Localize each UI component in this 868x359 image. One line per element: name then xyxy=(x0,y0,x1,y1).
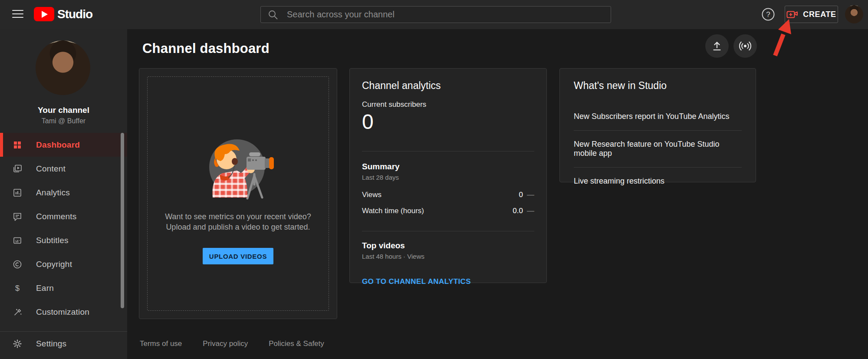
go-to-channel-analytics-link[interactable]: GO TO CHANNEL ANALYTICS xyxy=(362,277,471,286)
channel-avatar[interactable] xyxy=(36,40,90,95)
sidebar-item-comments[interactable]: Comments xyxy=(0,204,127,228)
policies-safety-link[interactable]: Policies & Safety xyxy=(269,339,324,348)
sidebar-item-label: Copyright xyxy=(36,260,72,269)
sidebar-item-label: Analytics xyxy=(36,188,70,198)
metric-value: 0 xyxy=(519,191,523,199)
footer-links: Terms of use Privacy policy Policies & S… xyxy=(140,339,324,348)
sidebar-item-analytics[interactable]: Analytics xyxy=(0,181,127,204)
go-live-icon xyxy=(738,39,752,53)
sidebar-item-label: Subtitles xyxy=(36,236,69,245)
metric-label: Watch time (hours) xyxy=(362,207,424,215)
metric-value: 0.0 xyxy=(513,207,523,215)
metric-label: Views xyxy=(362,191,381,199)
dashboard-icon xyxy=(12,140,23,150)
top-videos-title: Top videos xyxy=(362,241,534,250)
terms-of-use-link[interactable]: Terms of use xyxy=(140,339,182,348)
metric-row-views: Views 0 — xyxy=(362,191,534,199)
copyright-icon xyxy=(12,259,23,270)
summary-title: Summary xyxy=(362,162,534,171)
logo-text: Studio xyxy=(57,7,92,21)
page-title: Channel dashboard xyxy=(142,41,270,56)
metric-row-watch-time: Watch time (hours) 0.0 — xyxy=(362,207,534,215)
sidebar-item-earn[interactable]: $ Earn xyxy=(0,276,127,300)
go-live-button[interactable] xyxy=(733,34,757,58)
help-icon: ? xyxy=(760,7,776,22)
analytics-card-title: Channel analytics xyxy=(362,80,534,92)
whats-new-item[interactable]: Live streaming restrictions xyxy=(574,167,742,195)
channel-title: Your channel xyxy=(0,105,127,115)
sidebar-item-label: Comments xyxy=(36,212,76,221)
privacy-policy-link[interactable]: Privacy policy xyxy=(203,339,248,348)
svg-text:?: ? xyxy=(766,10,770,19)
sidebar-item-dashboard[interactable]: Dashboard xyxy=(0,133,127,157)
upload-dropzone[interactable]: Want to see metrics on your recent video… xyxy=(147,76,329,311)
active-indicator xyxy=(0,133,3,157)
search-bar[interactable] xyxy=(260,6,611,23)
channel-analytics-card: Channel analytics Current subscribers 0 … xyxy=(349,68,547,283)
channel-name: Tami @ Buffer xyxy=(0,117,127,125)
earn-icon: $ xyxy=(12,283,23,293)
sidebar-item-label: Customization xyxy=(36,307,89,317)
youtube-play-icon xyxy=(34,7,54,21)
sidebar-item-customization[interactable]: Customization xyxy=(0,300,127,324)
sidebar-item-copyright[interactable]: Copyright xyxy=(0,252,127,276)
divider xyxy=(362,151,534,152)
sidebar-item-label: Settings xyxy=(36,339,66,349)
hamburger-menu-icon[interactable] xyxy=(12,10,23,19)
upload-icon xyxy=(711,40,723,52)
sidebar: Your channel Tami @ Buffer Dashboard Con… xyxy=(0,29,127,359)
content-icon xyxy=(12,164,23,174)
comments-icon xyxy=(12,211,23,222)
summary-period: Last 28 days xyxy=(362,174,534,181)
subscribers-label: Current subscribers xyxy=(362,100,534,109)
whats-new-list: New Subscribers report in YouTube Analyt… xyxy=(574,103,742,195)
create-label: CREATE xyxy=(803,10,836,19)
sidebar-item-label: Dashboard xyxy=(36,140,80,150)
help-button[interactable]: ? xyxy=(760,7,776,22)
sidebar-item-content[interactable]: Content xyxy=(0,157,127,181)
upload-video-card: Want to see metrics on your recent video… xyxy=(139,68,337,319)
sidebar-nav: Dashboard Content Analytics xyxy=(0,133,127,356)
whats-new-item[interactable]: New Research feature on YouTube Studio m… xyxy=(574,130,742,167)
create-button[interactable]: CREATE xyxy=(785,6,838,23)
settings-gear-icon xyxy=(12,339,23,349)
main-content: Channel dashboard xyxy=(127,29,868,359)
account-avatar[interactable] xyxy=(845,5,863,23)
whats-new-item[interactable]: New Subscribers report in YouTube Analyt… xyxy=(574,103,742,130)
sidebar-item-label: Earn xyxy=(36,283,54,293)
youtube-studio-logo[interactable]: Studio xyxy=(34,7,92,21)
whats-new-card: What's new in Studio New Subscribers rep… xyxy=(559,68,756,182)
search-icon xyxy=(268,10,278,20)
customization-icon xyxy=(12,307,23,317)
whats-new-title: What's new in Studio xyxy=(574,80,742,92)
upload-videos-button[interactable]: UPLOAD VIDEOS xyxy=(203,248,273,264)
subscribers-value: 0 xyxy=(362,110,534,134)
svg-text:$: $ xyxy=(15,284,20,293)
cameraman-illustration xyxy=(193,132,284,202)
sidebar-item-label: Content xyxy=(36,164,66,174)
search-input[interactable] xyxy=(287,10,604,20)
sidebar-item-settings[interactable]: Settings xyxy=(0,332,127,356)
top-bar: Studio ? CREATE xyxy=(0,0,868,29)
upload-hint-line1: Want to see metrics on your recent video… xyxy=(165,211,311,222)
trend-dash-icon: — xyxy=(523,191,534,199)
top-videos-period: Last 48 hours · Views xyxy=(362,253,534,260)
sidebar-scrollbar[interactable] xyxy=(121,133,124,308)
sidebar-item-subtitles[interactable]: Subtitles xyxy=(0,228,127,252)
subtitles-icon xyxy=(12,235,23,246)
analytics-icon xyxy=(12,188,23,198)
divider xyxy=(362,231,534,231)
upload-video-button[interactable] xyxy=(705,34,729,58)
trend-dash-icon: — xyxy=(523,207,534,215)
video-plus-icon xyxy=(786,10,798,19)
upload-hint-line2: Upload and publish a video to get starte… xyxy=(166,222,310,232)
